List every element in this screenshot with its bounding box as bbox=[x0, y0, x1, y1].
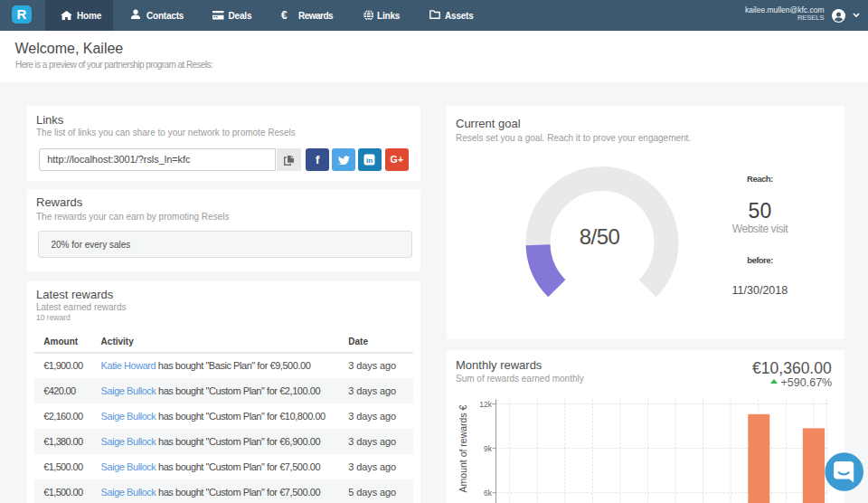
svg-text:9k: 9k bbox=[484, 444, 493, 453]
svg-text:12k: 12k bbox=[479, 400, 492, 409]
svg-text:6k: 6k bbox=[484, 489, 493, 498]
svg-text:in: in bbox=[366, 157, 373, 165]
